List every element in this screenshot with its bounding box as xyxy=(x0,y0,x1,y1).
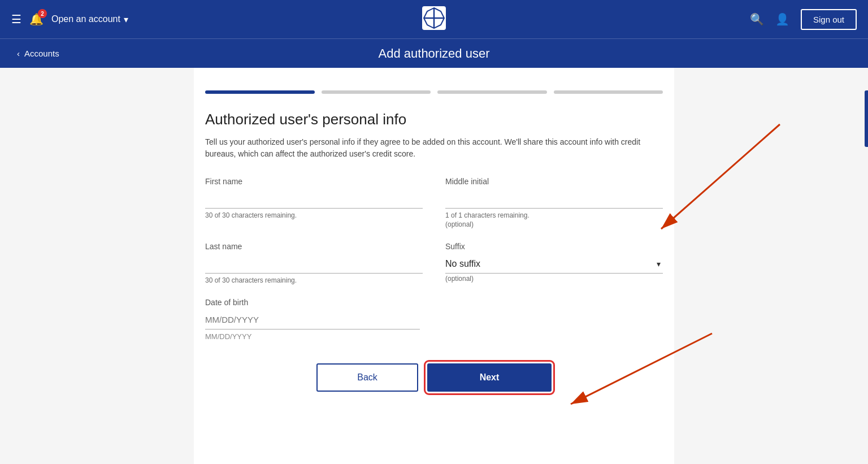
section-title: Authorized user's personal info xyxy=(205,111,663,128)
middle-initial-label: Middle initial xyxy=(445,177,663,186)
open-account-button[interactable]: Open an account ▾ xyxy=(51,14,128,25)
suffix-group: Suffix No suffix Jr. Sr. II III IV ▾ (op… xyxy=(445,242,663,284)
dob-format-hint: MM/DD/YYYY xyxy=(205,332,420,341)
progress-step-1 xyxy=(205,90,315,94)
dob-row: Date of birth MM/DD/YYYY xyxy=(205,298,663,341)
main-content: Authorized user's personal info Tell us … xyxy=(194,68,674,464)
top-nav-right: 🔍 👤 Sign out xyxy=(750,9,857,30)
empty-placeholder xyxy=(442,298,663,341)
sub-navigation: ‹ Accounts Add authorized user xyxy=(0,38,868,68)
last-name-char-count: 30 of 30 characters remaining. xyxy=(205,276,423,284)
suffix-optional: (optional) xyxy=(445,275,663,283)
open-account-chevron: ▾ xyxy=(124,14,128,25)
dob-label: Date of birth xyxy=(205,298,420,307)
middle-initial-group: Middle initial 1 of 1 characters remaini… xyxy=(445,177,663,228)
suffix-label: Suffix xyxy=(445,242,663,251)
next-button[interactable]: Next xyxy=(427,363,552,392)
last-name-input[interactable] xyxy=(205,254,423,274)
svg-line-5 xyxy=(661,124,780,229)
progress-step-3 xyxy=(437,90,547,94)
search-icon[interactable]: 🔍 xyxy=(750,12,764,26)
dob-input[interactable] xyxy=(205,310,420,329)
suffix-select[interactable]: No suffix Jr. Sr. II III IV xyxy=(445,254,663,274)
middle-initial-input[interactable] xyxy=(445,189,663,209)
back-chevron-icon: ‹ xyxy=(17,49,20,58)
dob-group: Date of birth MM/DD/YYYY xyxy=(205,298,420,341)
accounts-back-link[interactable]: ‹ Accounts xyxy=(17,49,59,58)
first-name-char-count: 30 of 30 characters remaining. xyxy=(205,211,423,219)
first-name-input[interactable] xyxy=(205,189,423,209)
user-icon[interactable]: 👤 xyxy=(775,12,789,26)
progress-bar xyxy=(205,90,663,94)
page-title: Add authorized user xyxy=(379,46,490,61)
back-button[interactable]: Back xyxy=(316,363,418,392)
last-name-group: Last name 30 of 30 characters remaining. xyxy=(205,242,423,284)
chase-logo xyxy=(422,6,446,30)
notification-badge: 2 xyxy=(38,9,47,18)
progress-step-2 xyxy=(322,90,431,94)
name-row-2: Last name 30 of 30 characters remaining.… xyxy=(205,242,663,284)
name-row-1: First name 30 of 30 characters remaining… xyxy=(205,177,663,228)
suffix-select-wrapper: No suffix Jr. Sr. II III IV ▾ xyxy=(445,254,663,274)
open-account-label: Open an account xyxy=(51,14,120,24)
right-indicator xyxy=(865,90,868,147)
middle-initial-char-count: 1 of 1 characters remaining. xyxy=(445,211,663,219)
accounts-label: Accounts xyxy=(24,49,59,58)
button-row: Back Next xyxy=(205,363,663,392)
first-name-label: First name xyxy=(205,177,423,186)
sign-out-button[interactable]: Sign out xyxy=(801,9,857,30)
menu-icon[interactable]: ☰ xyxy=(11,12,21,26)
chase-logo-wrapper xyxy=(422,6,446,32)
notification-bell[interactable]: 🔔 2 xyxy=(29,12,44,26)
first-name-group: First name 30 of 30 characters remaining… xyxy=(205,177,423,228)
progress-step-4 xyxy=(554,90,663,94)
top-navigation: ☰ 🔔 2 Open an account ▾ 🔍 👤 Sign out xyxy=(0,0,868,38)
middle-initial-optional: (optional) xyxy=(445,220,663,228)
last-name-label: Last name xyxy=(205,242,423,251)
section-description: Tell us your authorized user's personal … xyxy=(205,136,646,160)
